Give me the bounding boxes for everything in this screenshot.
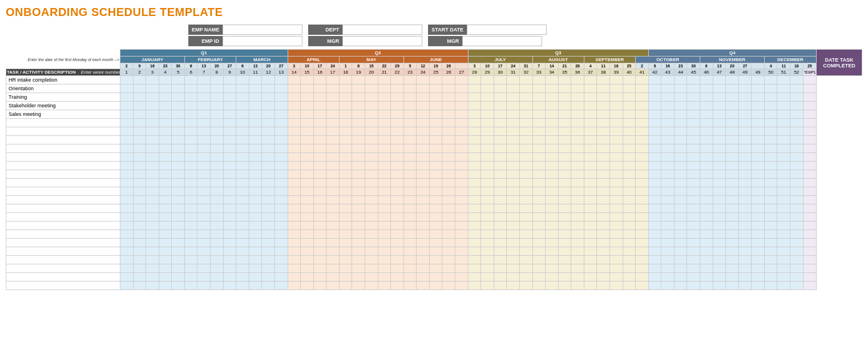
schedule-cell[interactable]: [184, 170, 197, 179]
schedule-cell[interactable]: [726, 196, 739, 204]
schedule-cell[interactable]: [648, 247, 661, 256]
schedule-cell[interactable]: [481, 85, 494, 93]
schedule-cell[interactable]: [790, 85, 804, 93]
schedule-cell[interactable]: [352, 273, 365, 281]
schedule-cell[interactable]: [211, 170, 224, 179]
schedule-cell[interactable]: [790, 187, 804, 196]
schedule-cell[interactable]: [648, 256, 661, 264]
schedule-cell[interactable]: [378, 136, 391, 144]
schedule-cell[interactable]: [403, 230, 417, 239]
schedule-cell[interactable]: [623, 179, 636, 187]
schedule-cell[interactable]: [661, 127, 675, 136]
schedule-cell[interactable]: [597, 179, 610, 187]
schedule-cell[interactable]: [597, 281, 610, 290]
schedule-cell[interactable]: [223, 170, 236, 179]
schedule-cell[interactable]: [172, 110, 185, 119]
schedule-cell[interactable]: [687, 144, 700, 153]
schedule-cell[interactable]: [713, 204, 726, 213]
schedule-cell[interactable]: [558, 222, 571, 230]
schedule-cell[interactable]: [120, 144, 134, 153]
schedule-cell[interactable]: [609, 170, 623, 179]
schedule-cell[interactable]: [597, 187, 610, 196]
schedule-cell[interactable]: [661, 76, 675, 85]
schedule-cell[interactable]: [713, 93, 726, 102]
schedule-cell[interactable]: [391, 153, 404, 162]
schedule-cell[interactable]: [468, 93, 481, 102]
schedule-cell[interactable]: [726, 204, 739, 213]
schedule-cell[interactable]: [133, 119, 146, 127]
schedule-cell[interactable]: [288, 110, 301, 119]
schedule-cell[interactable]: [326, 196, 340, 204]
schedule-cell[interactable]: [288, 162, 301, 170]
schedule-cell[interactable]: [636, 170, 649, 179]
schedule-cell[interactable]: [442, 281, 455, 290]
schedule-cell[interactable]: [313, 273, 326, 281]
schedule-cell[interactable]: [661, 136, 675, 144]
schedule-cell[interactable]: [403, 196, 417, 204]
schedule-cell[interactable]: [288, 93, 301, 102]
schedule-cell[interactable]: [352, 239, 365, 247]
schedule-cell[interactable]: [429, 144, 442, 153]
task-label[interactable]: [6, 230, 120, 239]
schedule-cell[interactable]: [752, 153, 765, 162]
schedule-cell[interactable]: [197, 110, 211, 119]
schedule-cell[interactable]: [726, 144, 739, 153]
schedule-cell[interactable]: [288, 170, 301, 179]
schedule-cell[interactable]: [700, 273, 713, 281]
schedule-cell[interactable]: [391, 136, 404, 144]
task-label[interactable]: [6, 213, 120, 222]
schedule-cell[interactable]: [558, 239, 571, 247]
schedule-cell[interactable]: [159, 110, 172, 119]
schedule-cell[interactable]: [223, 85, 236, 93]
schedule-cell[interactable]: [752, 119, 765, 127]
schedule-cell[interactable]: [713, 102, 726, 110]
schedule-cell[interactable]: [313, 247, 326, 256]
schedule-cell[interactable]: [197, 102, 211, 110]
schedule-cell[interactable]: [403, 170, 417, 179]
date-task-completed-cell[interactable]: [803, 85, 816, 93]
schedule-cell[interactable]: [184, 136, 197, 144]
schedule-cell[interactable]: [468, 256, 481, 264]
schedule-cell[interactable]: [403, 153, 417, 162]
schedule-cell[interactable]: [648, 204, 661, 213]
schedule-cell[interactable]: [777, 119, 790, 127]
schedule-cell[interactable]: [223, 187, 236, 196]
schedule-cell[interactable]: [288, 119, 301, 127]
schedule-cell[interactable]: [313, 204, 326, 213]
schedule-cell[interactable]: [326, 213, 340, 222]
schedule-cell[interactable]: [236, 119, 249, 127]
schedule-cell[interactable]: [120, 119, 134, 127]
schedule-cell[interactable]: [777, 213, 790, 222]
schedule-cell[interactable]: [700, 281, 713, 290]
schedule-cell[interactable]: [674, 179, 687, 187]
schedule-cell[interactable]: [211, 247, 224, 256]
schedule-cell[interactable]: [726, 76, 739, 85]
schedule-cell[interactable]: [274, 239, 288, 247]
schedule-cell[interactable]: [636, 179, 649, 187]
schedule-cell[interactable]: [313, 119, 326, 127]
schedule-cell[interactable]: [223, 93, 236, 102]
schedule-cell[interactable]: [391, 247, 404, 256]
schedule-cell[interactable]: [558, 187, 571, 196]
schedule-cell[interactable]: [764, 247, 777, 256]
schedule-cell[interactable]: [159, 273, 172, 281]
schedule-cell[interactable]: [249, 247, 262, 256]
schedule-cell[interactable]: [636, 119, 649, 127]
schedule-cell[interactable]: [288, 264, 301, 273]
schedule-cell[interactable]: [120, 264, 134, 273]
schedule-cell[interactable]: [519, 127, 532, 136]
schedule-cell[interactable]: [752, 204, 765, 213]
schedule-cell[interactable]: [700, 179, 713, 187]
schedule-cell[interactable]: [661, 162, 675, 170]
schedule-cell[interactable]: [777, 247, 790, 256]
schedule-cell[interactable]: [546, 85, 559, 93]
schedule-cell[interactable]: [391, 256, 404, 264]
schedule-cell[interactable]: [636, 247, 649, 256]
schedule-cell[interactable]: [738, 127, 752, 136]
schedule-cell[interactable]: [313, 222, 326, 230]
schedule-cell[interactable]: [752, 93, 765, 102]
schedule-cell[interactable]: [571, 230, 584, 239]
schedule-cell[interactable]: [211, 110, 224, 119]
schedule-cell[interactable]: [519, 85, 532, 93]
schedule-cell[interactable]: [211, 187, 224, 196]
